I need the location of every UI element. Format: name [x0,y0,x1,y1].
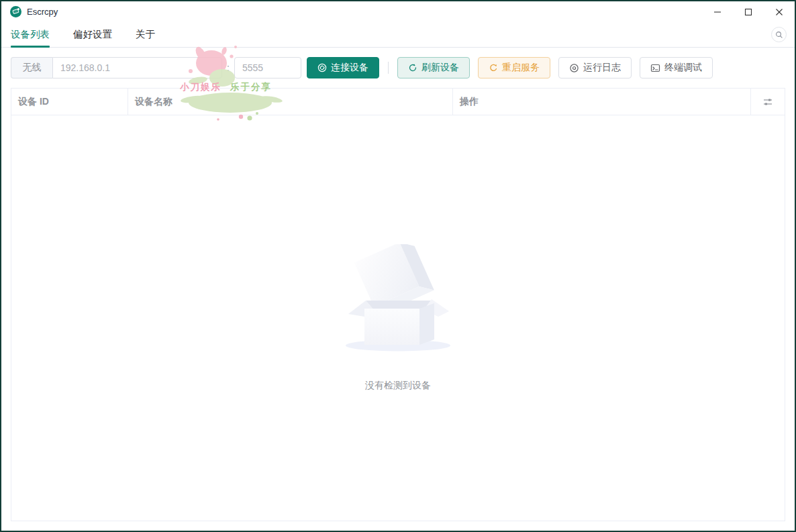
close-icon [775,8,783,16]
maximize-icon [744,8,752,16]
column-actions: 操作 [453,89,751,115]
minimize-button[interactable] [702,1,733,22]
empty-box-illustration [344,244,452,352]
column-device-name: 设备名称 [128,89,453,115]
port-input[interactable] [234,57,301,78]
ip-address-input[interactable] [52,57,222,78]
device-toolbar: 无线 : 连接设备 刷新设备 重启服务 [1,48,795,88]
run-logs-button[interactable]: 运行日志 [558,57,632,78]
run-logs-label: 运行日志 [583,62,621,74]
terminal-debug-button[interactable]: 终端调试 [640,57,713,78]
refresh-devices-button[interactable]: 刷新设备 [397,57,470,78]
connect-device-label: 连接设备 [331,62,368,74]
connect-device-button[interactable]: 连接设备 [307,57,379,78]
search-icon [775,31,783,39]
window-title: Escrcpy [27,7,58,17]
window-controls [702,1,795,22]
tab-preferences[interactable]: 偏好设置 [73,22,112,47]
maximize-button[interactable] [733,1,764,22]
tab-device-list-label: 设备列表 [11,28,50,41]
column-device-id: 设备 ID [11,89,128,115]
title-bar: Escrcpy [1,1,795,22]
tab-about-label: 关于 [136,28,155,41]
minimize-icon [713,8,722,16]
restart-service-label: 重启服务 [502,62,540,74]
empty-state-text: 没有检测到设备 [365,380,431,392]
link-icon [317,63,327,72]
app-logo-icon [10,6,21,17]
toolbar-divider [388,62,389,74]
terminal-debug-label: 终端调试 [664,62,702,74]
search-button[interactable] [771,27,787,42]
tab-device-list[interactable]: 设备列表 [11,22,50,47]
device-table: 设备 ID 设备名称 操作 [11,88,785,521]
wireless-label: 无线 [11,57,52,78]
terminal-icon [650,63,660,73]
device-table-header: 设备 ID 设备名称 操作 [11,89,785,115]
column-settings-icon [762,97,773,107]
tab-bar: 设备列表 偏好设置 关于 [1,22,795,48]
tab-about[interactable]: 关于 [136,22,155,47]
device-table-body: 没有检测到设备 [11,115,785,521]
refresh-icon [408,63,417,72]
port-separator: : [227,62,230,73]
app-window: Escrcpy 设备列表 偏好设置 关于 [0,0,796,532]
restart-service-button[interactable]: 重启服务 [478,57,550,78]
close-button[interactable] [764,1,795,22]
wireless-address-group: 无线 [11,57,222,78]
view-logs-icon [569,63,579,73]
column-settings-button[interactable] [751,89,785,115]
tab-preferences-label: 偏好设置 [73,28,112,41]
restart-icon [489,63,498,72]
refresh-devices-label: 刷新设备 [421,62,459,74]
